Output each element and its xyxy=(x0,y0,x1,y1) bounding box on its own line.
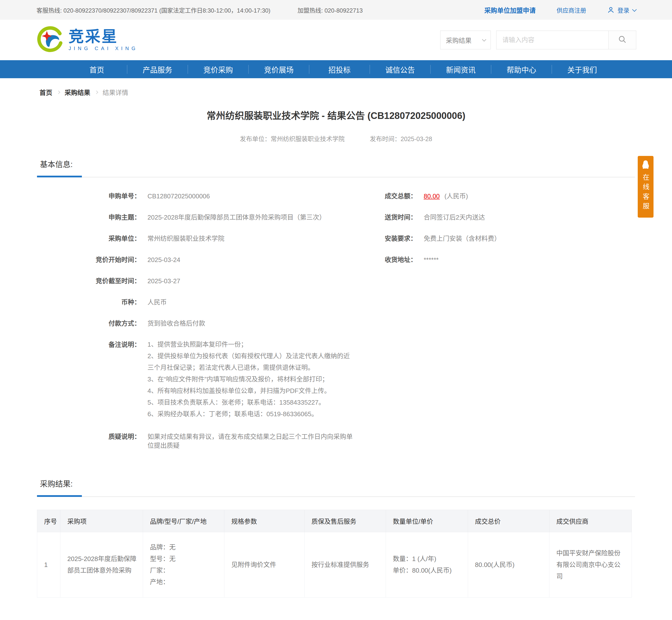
col-header-supplier: 成交供应商 xyxy=(549,510,632,532)
nav-item-bidding-hall[interactable]: 竞价展场 xyxy=(248,64,309,75)
question-value: 如果对成交结果有异议，请在发布成交结果之日起三个工作日内向采购单位提出质疑 xyxy=(141,432,354,450)
site-logo[interactable]: 竞采星 JING CAI XING xyxy=(37,26,138,54)
online-service-tab[interactable]: 在线客服 xyxy=(638,156,654,218)
chevron-right-icon xyxy=(57,90,60,94)
col-header-qty: 数量单位/单价 xyxy=(386,510,468,532)
logo-icon xyxy=(37,26,64,54)
field-label: 备注说明： xyxy=(37,340,141,420)
chevron-right-icon xyxy=(95,90,98,94)
field-label: 付款方式： xyxy=(37,319,141,328)
field-label: 币种： xyxy=(37,298,141,307)
deal-amount-link[interactable]: 80.00 xyxy=(424,193,440,200)
result-table: 序号 采购项 品牌/型号/厂家/产地 规格参数 质保及售后服务 数量单位/单价 … xyxy=(37,510,632,598)
field-label: 采购单位： xyxy=(37,234,141,243)
field-label: 申购单号： xyxy=(37,192,141,201)
search-icon xyxy=(618,35,627,45)
login-label: 登录 xyxy=(617,6,629,14)
field-remark: 备注说明： 1、提供营业执照副本复印件一份； 2、提供投标单位为投标代表（如有授… xyxy=(37,340,354,420)
field-value: 人民币 xyxy=(141,298,167,307)
section-divider xyxy=(37,176,635,177)
nav-item-integrity-notice[interactable]: 诚信公告 xyxy=(370,64,430,75)
nav-item-help-center[interactable]: 帮助中心 xyxy=(491,64,552,75)
field-value: 免费上门安装（含材料费） xyxy=(417,234,501,243)
purchaser-apply-link[interactable]: 采购单位加盟申请 xyxy=(484,5,536,14)
basic-info-right-column: 成交总额： 80.00 (人民币) 送货时间： 合同签订后2天内送达 安装要求：… xyxy=(354,192,635,276)
topbar-hotlines: 客服热线: 020-80922370/80922307/80922371 (国家… xyxy=(37,6,363,14)
publisher-label: 发布单位：常州纺织服装职业技术学院 xyxy=(240,136,345,142)
table-header-row: 序号 采购项 品牌/型号/厂家/产地 规格参数 质保及售后服务 数量单位/单价 … xyxy=(37,510,632,532)
field-bid-end: 竞价截至时间： 2025-03-27 xyxy=(37,276,354,286)
chevron-down-icon xyxy=(632,7,636,12)
online-service-label: 在线客服 xyxy=(641,174,651,212)
user-icon xyxy=(607,6,615,13)
qq-service-icon xyxy=(640,166,651,170)
field-order-no: 申购单号： CB128072025000006 xyxy=(37,192,354,201)
remark-value: 1、提供营业执照副本复印件一份； 2、提供投标单位为投标代表（如有授权代理人）及… xyxy=(141,339,354,420)
col-header-spec: 规格参数 xyxy=(224,510,304,532)
cell-total: 80.00(人民币) xyxy=(468,532,549,598)
field-delivery-time: 送货时间： 合同签订后2天内送达 xyxy=(354,213,635,222)
cell-item: 2025-2028年度后勤保障部员工团体意外险采购 xyxy=(60,532,143,598)
login-button[interactable]: 登录 xyxy=(607,6,635,14)
supplier-register-link[interactable]: 供应商注册 xyxy=(557,6,586,14)
table-row: 1 2025-2028年度后勤保障部员工团体意外险采购 品牌：无 型号：无 厂家… xyxy=(37,532,632,598)
result-section-title: 采购结果: xyxy=(37,478,635,489)
search-category-select[interactable]: 采购结果 xyxy=(440,31,491,49)
field-value: 2025-2028年度后勤保障部员工团体意外险采购项目（第三次） xyxy=(141,213,326,222)
breadcrumb: 首页 采购结果 结果详情 xyxy=(40,88,672,97)
field-value: 合同签订后2天内送达 xyxy=(417,213,485,222)
basic-info-section-head: 基本信息: xyxy=(37,158,635,177)
nav-item-about[interactable]: 关于我们 xyxy=(552,64,612,75)
field-label: 收货地址： xyxy=(354,255,417,264)
field-currency: 币种： 人民币 xyxy=(37,298,354,307)
field-label: 质疑说明： xyxy=(37,432,141,450)
page-meta: 发布单位：常州纺织服装职业技术学院 发布时间：2025-03-28 xyxy=(0,134,672,143)
cell-qty: 数量：1 (人/年) 单价：80.00(人民币) xyxy=(386,532,468,598)
field-purchaser: 采购单位： 常州纺织服装职业技术学院 xyxy=(37,234,354,243)
search-bar: 采购结果 xyxy=(440,31,636,49)
main-nav: 首页 产品服务 竞价采购 竞价展场 招投标 诚信公告 新闻资讯 帮助中心 关于我… xyxy=(0,60,672,78)
nav-item-products[interactable]: 产品服务 xyxy=(127,64,188,75)
topbar: 客服热线: 020-80922370/80922307/80922371 (国家… xyxy=(0,0,672,20)
breadcrumb-current: 结果详情 xyxy=(103,88,128,97)
cell-no: 1 xyxy=(37,532,60,598)
chevron-down-icon xyxy=(482,37,486,42)
field-question: 质疑说明： 如果对成交结果有异议，请在发布成交结果之日起三个工作日内向采购单位提… xyxy=(37,432,354,450)
deal-total-value: 80.00 (人民币) xyxy=(417,192,468,201)
field-bid-start: 竞价开始时间： 2025-03-24 xyxy=(37,255,354,264)
basic-info-left-column: 申购单号： CB128072025000006 申购主题： 2025-2028年… xyxy=(37,192,354,462)
field-delivery-address: 收货地址： ****** xyxy=(354,255,635,264)
field-payment: 付款方式： 货到验收合格后付款 xyxy=(37,319,354,328)
logo-subtitle: JING CAI XING xyxy=(68,46,138,51)
field-value: CB128072025000006 xyxy=(141,192,210,201)
search-button[interactable] xyxy=(609,31,636,49)
col-header-total: 成交总价 xyxy=(468,510,549,532)
field-value: 常州纺织服装职业技术学院 xyxy=(141,234,224,243)
col-header-service: 质保及售后服务 xyxy=(304,510,386,532)
search-category-value: 采购结果 xyxy=(446,36,471,45)
topbar-links: 采购单位加盟申请 供应商注册 登录 xyxy=(484,5,635,14)
field-label: 送货时间： xyxy=(354,213,417,222)
field-value: 2025-03-27 xyxy=(141,276,180,286)
page-title: 常州纺织服装职业技术学院 - 结果公告 (CB128072025000006) xyxy=(0,108,672,122)
cell-service: 按行业标准提供服务 xyxy=(304,532,386,598)
breadcrumb-results[interactable]: 采购结果 xyxy=(65,88,90,97)
field-value: ****** xyxy=(417,255,439,264)
nav-item-home[interactable]: 首页 xyxy=(67,64,127,75)
search-input[interactable] xyxy=(496,31,609,49)
join-hotline: 加盟热线: 020-80922713 xyxy=(298,6,363,14)
cell-spec: 见附件询价文件 xyxy=(224,532,304,598)
field-install-req: 安装要求： 免费上门安装（含材料费） xyxy=(354,234,635,243)
logo-texts: 竞采星 JING CAI XING xyxy=(68,29,138,51)
nav-item-news[interactable]: 新闻资讯 xyxy=(431,64,491,75)
nav-item-tenders[interactable]: 招投标 xyxy=(309,64,370,75)
nav-item-bidding-purchase[interactable]: 竞价采购 xyxy=(188,64,248,75)
basic-info-title: 基本信息: xyxy=(37,158,635,169)
publish-time-label: 发布时间：2025-03-28 xyxy=(370,136,432,142)
field-deal-total: 成交总额： 80.00 (人民币) xyxy=(354,192,635,201)
breadcrumb-home[interactable]: 首页 xyxy=(40,88,52,97)
col-header-brand: 品牌/型号/厂家/产地 xyxy=(143,510,224,532)
section-divider xyxy=(37,495,635,497)
site-header: 竞采星 JING CAI XING 采购结果 xyxy=(0,20,672,60)
field-label: 成交总额： xyxy=(354,192,417,201)
